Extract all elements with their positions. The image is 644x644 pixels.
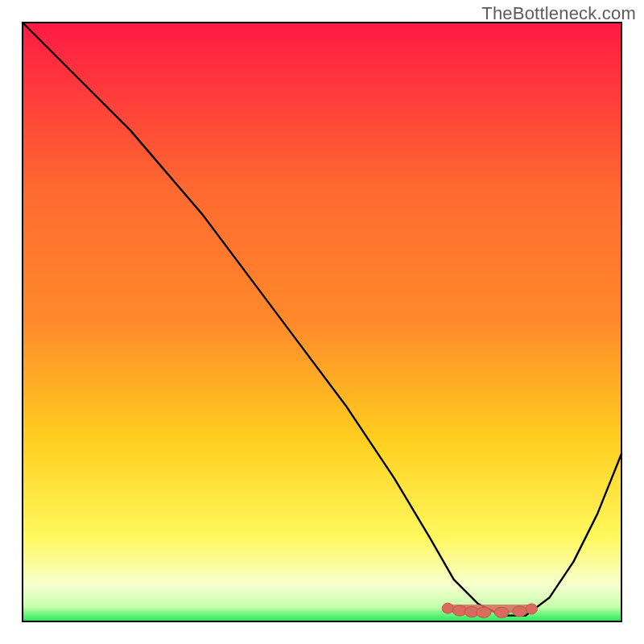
optimal-marker [526,604,537,614]
optimal-marker [513,606,527,617]
chart-svg [0,0,644,644]
chart-frame: TheBottleneck.com [0,0,644,644]
optimal-marker [477,607,491,617]
optimal-marker [494,607,509,617]
optimal-zone-markers [442,603,537,617]
optimal-marker [442,603,453,613]
watermark-text: TheBottleneck.com [481,3,636,24]
